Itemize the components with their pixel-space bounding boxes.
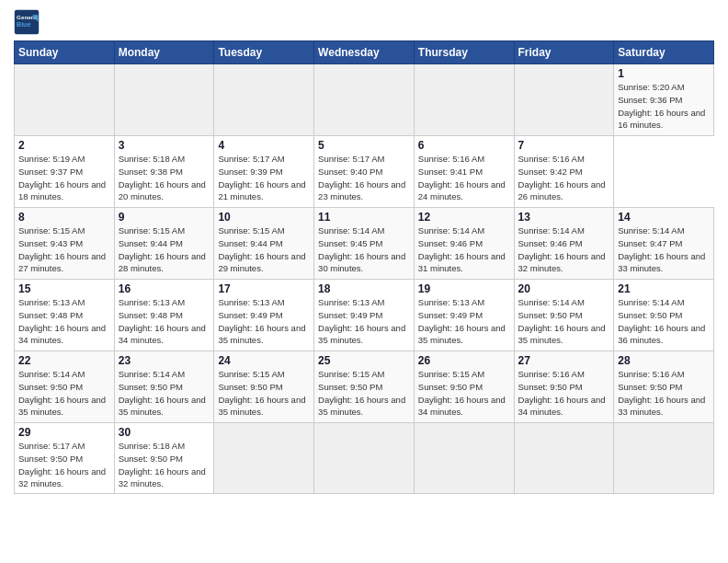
day-number: 23 <box>119 354 210 367</box>
day-cell-17: 17Sunrise: 5:13 AMSunset: 9:49 PMDayligh… <box>214 280 314 351</box>
empty-cell <box>514 423 614 494</box>
empty-cell <box>414 64 514 136</box>
day-info: Sunrise: 5:14 AMSunset: 9:50 PMDaylight:… <box>618 296 710 347</box>
day-number: 9 <box>119 211 210 224</box>
empty-cell <box>114 64 214 136</box>
day-cell-2: 2Sunrise: 5:19 AMSunset: 9:37 PMDaylight… <box>15 136 115 208</box>
day-number: 24 <box>218 354 310 367</box>
weekday-header-sunday: Sunday <box>15 41 115 64</box>
day-number: 6 <box>418 139 510 152</box>
day-info: Sunrise: 5:15 AMSunset: 9:44 PMDaylight:… <box>119 224 210 275</box>
day-cell-29: 29Sunrise: 5:17 AMSunset: 9:50 PMDayligh… <box>15 423 115 494</box>
day-info: Sunrise: 5:14 AMSunset: 9:46 PMDaylight:… <box>518 224 610 275</box>
day-number: 1 <box>618 67 710 80</box>
day-info: Sunrise: 5:13 AMSunset: 9:48 PMDaylight:… <box>18 296 110 347</box>
day-info: Sunrise: 5:14 AMSunset: 9:45 PMDaylight:… <box>318 224 410 275</box>
day-cell-9: 9Sunrise: 5:15 AMSunset: 9:44 PMDaylight… <box>114 208 214 280</box>
day-info: Sunrise: 5:14 AMSunset: 9:50 PMDaylight:… <box>119 368 210 419</box>
week-row-3: 8Sunrise: 5:15 AMSunset: 9:43 PMDaylight… <box>15 208 714 280</box>
day-cell-15: 15Sunrise: 5:13 AMSunset: 9:48 PMDayligh… <box>15 280 115 351</box>
day-info: Sunrise: 5:17 AMSunset: 9:50 PMDaylight:… <box>18 440 110 490</box>
day-number: 16 <box>119 282 210 295</box>
day-number: 27 <box>518 354 610 367</box>
day-cell-23: 23Sunrise: 5:14 AMSunset: 9:50 PMDayligh… <box>114 351 214 423</box>
day-info: Sunrise: 5:18 AMSunset: 9:50 PMDaylight:… <box>119 440 210 490</box>
weekday-header-tuesday: Tuesday <box>214 41 314 64</box>
day-number: 21 <box>618 282 710 295</box>
day-number: 5 <box>318 139 410 152</box>
empty-cell <box>314 423 415 494</box>
week-row-4: 15Sunrise: 5:13 AMSunset: 9:48 PMDayligh… <box>15 280 714 351</box>
week-row-2: 2Sunrise: 5:19 AMSunset: 9:37 PMDaylight… <box>15 136 714 208</box>
day-info: Sunrise: 5:14 AMSunset: 9:47 PMDaylight:… <box>618 224 710 275</box>
day-cell-18: 18Sunrise: 5:13 AMSunset: 9:49 PMDayligh… <box>314 280 415 351</box>
day-number: 22 <box>18 354 110 367</box>
day-number: 20 <box>518 282 610 295</box>
day-cell-8: 8Sunrise: 5:15 AMSunset: 9:43 PMDaylight… <box>15 208 115 280</box>
empty-cell <box>15 64 115 136</box>
day-cell-4: 4Sunrise: 5:17 AMSunset: 9:39 PMDaylight… <box>214 136 314 208</box>
weekday-header-saturday: Saturday <box>614 41 714 64</box>
day-number: 25 <box>318 354 410 367</box>
day-number: 26 <box>418 354 510 367</box>
empty-cell <box>414 423 514 494</box>
svg-text:Blue: Blue <box>17 21 30 28</box>
day-info: Sunrise: 5:15 AMSunset: 9:44 PMDaylight:… <box>218 224 310 275</box>
day-cell-22: 22Sunrise: 5:14 AMSunset: 9:50 PMDayligh… <box>15 351 115 423</box>
day-number: 11 <box>318 211 410 224</box>
day-cell-24: 24Sunrise: 5:15 AMSunset: 9:50 PMDayligh… <box>214 351 314 423</box>
day-cell-11: 11Sunrise: 5:14 AMSunset: 9:45 PMDayligh… <box>314 208 415 280</box>
day-info: Sunrise: 5:13 AMSunset: 9:49 PMDaylight:… <box>318 296 410 347</box>
weekday-header-friday: Friday <box>514 41 614 64</box>
day-info: Sunrise: 5:13 AMSunset: 9:49 PMDaylight:… <box>418 296 510 347</box>
day-info: Sunrise: 5:16 AMSunset: 9:42 PMDaylight:… <box>518 153 610 203</box>
day-cell-1: 1Sunrise: 5:20 AMSunset: 9:36 PMDaylight… <box>614 64 714 136</box>
day-info: Sunrise: 5:13 AMSunset: 9:49 PMDaylight:… <box>218 296 310 347</box>
day-info: Sunrise: 5:14 AMSunset: 9:50 PMDaylight:… <box>18 368 110 419</box>
day-cell-14: 14Sunrise: 5:14 AMSunset: 9:47 PMDayligh… <box>614 208 714 280</box>
day-number: 18 <box>318 282 410 295</box>
day-number: 2 <box>18 139 110 152</box>
day-number: 10 <box>218 211 310 224</box>
day-info: Sunrise: 5:17 AMSunset: 9:40 PMDaylight:… <box>318 153 410 203</box>
day-info: Sunrise: 5:20 AMSunset: 9:36 PMDaylight:… <box>618 81 710 132</box>
day-cell-7: 7Sunrise: 5:16 AMSunset: 9:42 PMDaylight… <box>514 136 614 208</box>
day-info: Sunrise: 5:18 AMSunset: 9:38 PMDaylight:… <box>119 153 210 203</box>
day-info: Sunrise: 5:15 AMSunset: 9:50 PMDaylight:… <box>418 368 510 419</box>
weekday-header-monday: Monday <box>114 41 214 64</box>
day-number: 13 <box>518 211 610 224</box>
weekday-header-wednesday: Wednesday <box>314 41 415 64</box>
day-cell-21: 21Sunrise: 5:14 AMSunset: 9:50 PMDayligh… <box>614 280 714 351</box>
empty-cell <box>214 64 314 136</box>
logo-icon: General Blue <box>14 9 40 35</box>
day-info: Sunrise: 5:13 AMSunset: 9:48 PMDaylight:… <box>119 296 210 347</box>
day-cell-16: 16Sunrise: 5:13 AMSunset: 9:48 PMDayligh… <box>114 280 214 351</box>
day-cell-19: 19Sunrise: 5:13 AMSunset: 9:49 PMDayligh… <box>414 280 514 351</box>
day-number: 7 <box>518 139 610 152</box>
day-number: 3 <box>119 139 210 152</box>
day-info: Sunrise: 5:17 AMSunset: 9:39 PMDaylight:… <box>218 153 310 203</box>
logo: General Blue <box>14 9 40 35</box>
day-cell-10: 10Sunrise: 5:15 AMSunset: 9:44 PMDayligh… <box>214 208 314 280</box>
day-info: Sunrise: 5:16 AMSunset: 9:41 PMDaylight:… <box>418 153 510 203</box>
week-row-6: 29Sunrise: 5:17 AMSunset: 9:50 PMDayligh… <box>15 423 714 494</box>
calendar-page: General Blue SundayMondayTuesdayWednesda… <box>0 0 728 563</box>
day-number: 17 <box>218 282 310 295</box>
day-cell-12: 12Sunrise: 5:14 AMSunset: 9:46 PMDayligh… <box>414 208 514 280</box>
day-number: 12 <box>418 211 510 224</box>
weekday-header-thursday: Thursday <box>414 41 514 64</box>
day-info: Sunrise: 5:14 AMSunset: 9:46 PMDaylight:… <box>418 224 510 275</box>
day-cell-28: 28Sunrise: 5:16 AMSunset: 9:50 PMDayligh… <box>614 351 714 423</box>
day-number: 30 <box>119 426 210 439</box>
day-cell-6: 6Sunrise: 5:16 AMSunset: 9:41 PMDaylight… <box>414 136 514 208</box>
day-info: Sunrise: 5:15 AMSunset: 9:43 PMDaylight:… <box>18 224 110 275</box>
week-row-1: 1Sunrise: 5:20 AMSunset: 9:36 PMDaylight… <box>15 64 714 136</box>
day-info: Sunrise: 5:19 AMSunset: 9:37 PMDaylight:… <box>18 153 110 203</box>
day-number: 29 <box>18 426 110 439</box>
empty-cell <box>214 423 314 494</box>
day-cell-3: 3Sunrise: 5:18 AMSunset: 9:38 PMDaylight… <box>114 136 214 208</box>
day-number: 28 <box>618 354 710 367</box>
day-number: 4 <box>218 139 310 152</box>
day-cell-30: 30Sunrise: 5:18 AMSunset: 9:50 PMDayligh… <box>114 423 214 494</box>
day-cell-5: 5Sunrise: 5:17 AMSunset: 9:40 PMDaylight… <box>314 136 415 208</box>
